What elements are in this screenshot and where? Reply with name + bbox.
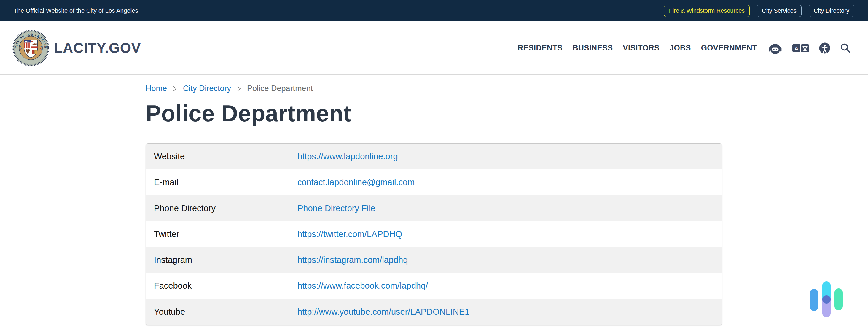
- department-directory-table: Website https://www.lapdonline.org E-mai…: [146, 143, 722, 325]
- city-directory-button[interactable]: City Directory: [809, 5, 855, 17]
- instagram-link[interactable]: https://instagram.com/lapdhq: [298, 255, 408, 265]
- city-services-button[interactable]: City Services: [757, 5, 802, 17]
- nav-jobs[interactable]: JOBS: [670, 43, 691, 53]
- chevron-right-icon: [173, 86, 177, 92]
- table-row-email: E-mail contact.lapdonline@gmail.com: [146, 170, 722, 195]
- assistant-bar-right: [835, 289, 843, 310]
- site-tagline: The Official Website of the City of Los …: [13, 7, 138, 14]
- voice-assistant-launcher[interactable]: [810, 281, 843, 318]
- search-icon: [840, 43, 851, 53]
- top-utility-bar: The Official Website of the City of Los …: [0, 0, 868, 21]
- row-label: Phone Directory: [154, 204, 298, 213]
- lacity-page: The Official Website of the City of Los …: [0, 0, 868, 332]
- table-row-youtube: Youtube http://www.youtube.com/user/LAPD…: [146, 299, 722, 325]
- table-row-facebook: Facebook https://www.facebook.com/lapdhq…: [146, 273, 722, 299]
- fire-windstorm-resources-button[interactable]: Fire & Windstorm Resources: [664, 5, 750, 17]
- assistant-center-dot: [822, 295, 831, 303]
- row-label: Youtube: [154, 307, 298, 317]
- nav-visitors[interactable]: VISITORS: [623, 43, 659, 53]
- phone-directory-file-link[interactable]: Phone Directory File: [298, 204, 375, 213]
- table-row-instagram: Instagram https://instagram.com/lapdhq: [146, 247, 722, 273]
- svg-text:A: A: [795, 46, 798, 52]
- chatbot-icon: [768, 41, 783, 56]
- table-row-phone-directory: Phone Directory Phone Directory File: [146, 195, 722, 221]
- youtube-link[interactable]: http://www.youtube.com/user/LAPDONLINE1: [298, 307, 469, 317]
- row-label: E-mail: [154, 177, 298, 187]
- topbar-buttons: Fire & Windstorm Resources City Services…: [664, 5, 855, 17]
- main-navigation: RESIDENTS BUSINESS VISITORS JOBS GOVERNM…: [518, 43, 757, 53]
- facebook-link[interactable]: https://www.facebook.com/lapdhq/: [298, 281, 428, 291]
- translate-button[interactable]: A: [792, 42, 809, 54]
- twitter-link[interactable]: https://twitter.com/LAPDHQ: [298, 229, 402, 239]
- email-link[interactable]: contact.lapdonline@gmail.com: [298, 177, 414, 187]
- site-name: LACITY.GOV: [54, 40, 141, 56]
- accessibility-button[interactable]: [819, 42, 831, 54]
- row-label: Website: [154, 152, 298, 161]
- row-label: Facebook: [154, 281, 298, 291]
- header-icon-buttons: A: [768, 41, 851, 56]
- chatbot-button[interactable]: [768, 41, 783, 56]
- nav-business[interactable]: BUSINESS: [572, 43, 613, 53]
- nav-residents[interactable]: RESIDENTS: [518, 43, 563, 53]
- breadcrumb-current-page: Police Department: [247, 84, 313, 93]
- row-label: Instagram: [154, 255, 298, 265]
- table-row-website: Website https://www.lapdonline.org: [146, 144, 722, 170]
- breadcrumb-home[interactable]: Home: [146, 84, 167, 93]
- row-label: Twitter: [154, 229, 298, 239]
- breadcrumb: Home City Directory Police Department: [146, 84, 868, 93]
- nav-government[interactable]: GOVERNMENT: [701, 43, 757, 53]
- website-link[interactable]: https://www.lapdonline.org: [298, 152, 398, 161]
- page-title: Police Department: [146, 101, 868, 126]
- breadcrumb-city-directory[interactable]: City Directory: [183, 84, 231, 93]
- accessibility-icon: [819, 42, 831, 54]
- chevron-right-icon: [237, 86, 241, 92]
- table-row-twitter: Twitter https://twitter.com/LAPDHQ: [146, 221, 722, 247]
- site-header: CITY OF LOS ANGELES FOUNDED 1781: [0, 21, 868, 75]
- la-city-seal-icon: CITY OF LOS ANGELES FOUNDED 1781: [12, 30, 49, 66]
- assistant-bar-left: [810, 289, 818, 311]
- main-content: Home City Directory Police Department Po…: [0, 84, 868, 325]
- translate-icon: A: [792, 42, 809, 54]
- search-button[interactable]: [840, 43, 851, 53]
- site-logo-link[interactable]: CITY OF LOS ANGELES FOUNDED 1781: [12, 30, 141, 66]
